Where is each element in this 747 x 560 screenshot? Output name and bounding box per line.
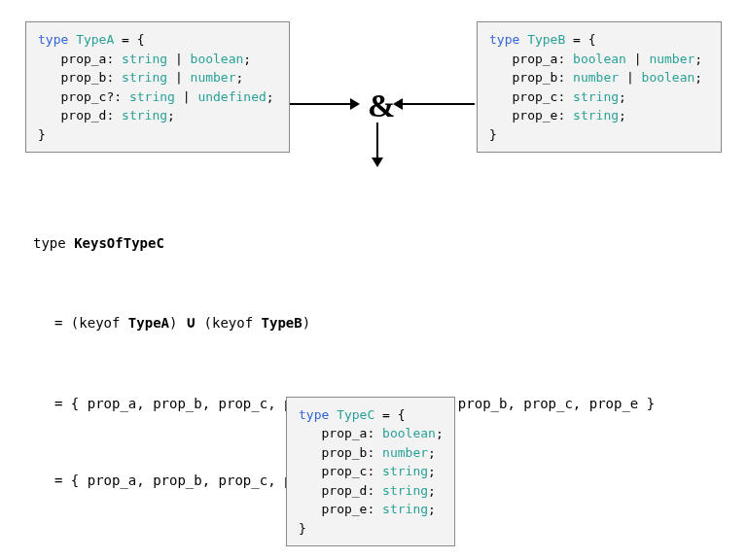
keys-line1-a: type xyxy=(33,235,74,251)
keys-line2d: (keyof xyxy=(196,315,261,331)
arrow-typeb-to-amp xyxy=(391,103,475,105)
keys-line2-typea: TypeA xyxy=(128,315,169,331)
typea-definition-box: type TypeA = { prop_a: string | boolean;… xyxy=(25,21,290,153)
keys-line2a: = (keyof xyxy=(54,315,128,331)
keys-line2f: ) xyxy=(302,315,310,331)
arrow-amp-down xyxy=(376,122,378,169)
arrow-typea-to-amp xyxy=(290,103,362,105)
keys-line2-typeb: TypeB xyxy=(262,315,302,331)
typec-result-box: type TypeC = { prop_a: boolean; prop_b: … xyxy=(286,397,455,547)
keys-line2c: ) xyxy=(169,315,186,331)
typeb-definition-box: type TypeB = { prop_a: boolean | number;… xyxy=(477,21,722,153)
keys-line1-name: KeysOfTypeC xyxy=(74,235,164,251)
intersection-operator: & xyxy=(368,88,395,124)
union-symbol-1: ∪ xyxy=(186,312,196,332)
